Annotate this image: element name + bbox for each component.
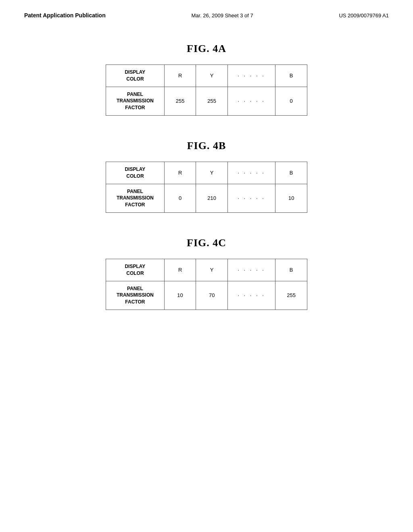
figures-container: FIG. 4ADISPLAYCOLORRY· · · · ·BPANELTRAN… xyxy=(24,43,389,310)
page-header: Patent Application Publication Mar. 26, … xyxy=(24,12,389,19)
data-table-3: DISPLAYCOLORRY· · · · ·BPANELTRANSMISSIO… xyxy=(106,259,307,310)
dots-indicator: · · · · · xyxy=(238,98,265,104)
table-cell: Y xyxy=(196,65,228,87)
table-row: DISPLAYCOLORRY· · · · ·B xyxy=(106,65,307,87)
dots-indicator: · · · · · xyxy=(238,73,265,79)
table-cell: R xyxy=(164,162,196,184)
row-header-1: PANELTRANSMISSIONFACTOR xyxy=(106,87,165,115)
figure-title-3: FIG. 4C xyxy=(187,237,226,249)
header-right: US 2009/0079769 A1 xyxy=(339,12,389,19)
table-row: PANELTRANSMISSIONFACTOR255255· · · · ·0 xyxy=(106,87,307,115)
table-cell: 255 xyxy=(196,87,228,115)
figure-title-1: FIG. 4A xyxy=(187,43,226,55)
table-row: PANELTRANSMISSIONFACTOR0210· · · · ·10 xyxy=(106,184,307,212)
table-row: DISPLAYCOLORRY· · · · ·B xyxy=(106,162,307,184)
table-cell: · · · · · xyxy=(227,281,275,310)
table-cell: 10 xyxy=(275,184,307,212)
figure-section-2: FIG. 4BDISPLAYCOLORRY· · · · ·BPANELTRAN… xyxy=(24,140,389,213)
row-header-1: PANELTRANSMISSIONFACTOR xyxy=(106,184,165,212)
row-header-1: PANELTRANSMISSIONFACTOR xyxy=(106,281,165,310)
header-left: Patent Application Publication xyxy=(24,12,106,19)
data-table-1: DISPLAYCOLORRY· · · · ·BPANELTRANSMISSIO… xyxy=(106,64,307,116)
table-cell: B xyxy=(275,162,307,184)
figure-section-3: FIG. 4CDISPLAYCOLORRY· · · · ·BPANELTRAN… xyxy=(24,237,389,310)
table-row: PANELTRANSMISSIONFACTOR1070· · · · ·255 xyxy=(106,281,307,310)
row-header-0: DISPLAYCOLOR xyxy=(106,162,165,184)
table-cell: R xyxy=(164,259,196,281)
dots-indicator: · · · · · xyxy=(238,170,265,176)
table-cell: Y xyxy=(196,259,228,281)
table-cell: · · · · · xyxy=(227,87,275,115)
table-cell: 70 xyxy=(196,281,228,310)
table-cell: 255 xyxy=(275,281,307,310)
table-cell: R xyxy=(164,65,196,87)
row-header-0: DISPLAYCOLOR xyxy=(106,259,165,281)
figure-title-2: FIG. 4B xyxy=(187,140,226,152)
table-cell: 10 xyxy=(164,281,196,310)
header-center: Mar. 26, 2009 Sheet 3 of 7 xyxy=(191,12,253,19)
table-cell: 210 xyxy=(196,184,228,212)
page: Patent Application Publication Mar. 26, … xyxy=(0,0,413,532)
dots-indicator: · · · · · xyxy=(238,195,265,201)
data-table-2: DISPLAYCOLORRY· · · · ·BPANELTRANSMISSIO… xyxy=(106,162,307,213)
table-cell: · · · · · xyxy=(227,162,275,184)
figure-section-1: FIG. 4ADISPLAYCOLORRY· · · · ·BPANELTRAN… xyxy=(24,43,389,116)
dots-indicator: · · · · · xyxy=(238,292,265,298)
table-cell: · · · · · xyxy=(227,184,275,212)
table-cell: · · · · · xyxy=(227,259,275,281)
table-cell: 255 xyxy=(164,87,196,115)
table-row: DISPLAYCOLORRY· · · · ·B xyxy=(106,259,307,281)
table-cell: · · · · · xyxy=(227,65,275,87)
table-cell: B xyxy=(275,259,307,281)
table-cell: 0 xyxy=(164,184,196,212)
table-cell: B xyxy=(275,65,307,87)
row-header-0: DISPLAYCOLOR xyxy=(106,65,165,87)
table-cell: Y xyxy=(196,162,228,184)
dots-indicator: · · · · · xyxy=(238,267,265,273)
table-cell: 0 xyxy=(275,87,307,115)
